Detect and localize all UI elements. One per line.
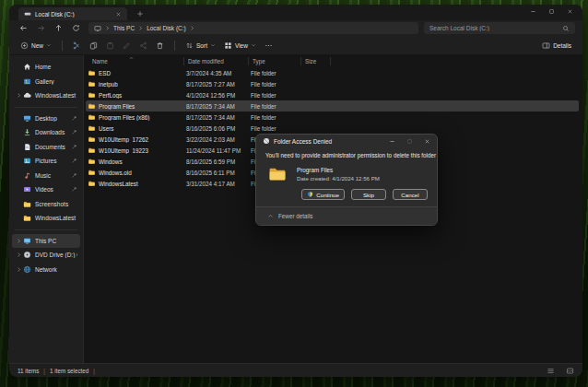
column-header-date-modified[interactable]: Date modified (184, 57, 249, 65)
file-row-esd[interactable]: ESD3/7/2024 4:35 AMFile folder (86, 67, 579, 78)
share-button[interactable] (135, 40, 151, 52)
folder-icon (88, 180, 96, 187)
search-input[interactable]: Search Local Disk (C:) (424, 22, 575, 34)
refresh-button[interactable] (72, 24, 80, 32)
file-row-program-files[interactable]: Program Files8/17/2025 7:34 AMFile folde… (86, 100, 579, 111)
sidebar-item-pictures[interactable]: Pictures (12, 154, 80, 169)
sidebar-item-label: WindowsLatest - Pe (35, 92, 77, 99)
column-header-type[interactable]: Type (249, 57, 301, 65)
chevron-right-icon (137, 25, 144, 31)
column-headers: Name Date modified Type Size (84, 55, 582, 67)
chevron-right-icon[interactable] (16, 238, 22, 244)
sidebar-item-windowslatest[interactable]: WindowsLatest (12, 211, 80, 226)
chevron-right-icon[interactable] (16, 252, 22, 258)
maximize-button[interactable] (548, 8, 555, 15)
sidebar-item-network[interactable]: Network (12, 263, 80, 277)
sidebar-item-label: Home (35, 64, 77, 70)
file-row-inetpub[interactable]: inetpub8/17/2025 7:27 AMFile folder (86, 78, 579, 89)
dialog-maximize-button (406, 138, 413, 145)
rename-icon (123, 41, 131, 50)
new-button[interactable]: New (17, 40, 55, 52)
search-icon (562, 25, 570, 32)
file-row-perflogs[interactable]: PerfLogs4/1/2024 12:56 PMFile folder (86, 89, 579, 100)
sidebar-item-music[interactable]: Music (12, 169, 80, 183)
tab-title: Local Disk (C:) (35, 11, 112, 18)
dvd-icon (23, 251, 31, 259)
dialog-title-bar: Folder Access Denied (256, 135, 437, 147)
new-tab-button[interactable] (136, 10, 144, 18)
copy-button[interactable] (86, 40, 101, 52)
up-button[interactable] (54, 24, 63, 32)
forward-button[interactable] (37, 24, 45, 32)
details-toggle[interactable]: Fewer details (256, 206, 437, 225)
sidebar-item-desktop[interactable]: Desktop (12, 111, 80, 126)
sidebar-item-downloads[interactable]: Downloads (12, 125, 80, 140)
back-button[interactable] (19, 24, 28, 32)
skip-button[interactable]: Skip (351, 189, 386, 200)
sort-ascending-icon (128, 55, 135, 61)
cancel-button[interactable]: Cancel (393, 189, 428, 200)
dialog-item-name: Program Files (297, 167, 380, 173)
breadcrumb[interactable]: This PC Local Disk (C:) (88, 22, 418, 34)
chevron-right-icon[interactable] (16, 92, 22, 99)
rename-button[interactable] (119, 40, 135, 52)
continue-button[interactable]: Continue (301, 189, 345, 200)
file-name-label: Program Files (99, 103, 135, 110)
dialog-item-date-created: Date created: 4/1/2024 12:56 PM (297, 175, 380, 182)
folder-icon (88, 102, 96, 110)
file-type: File folder (249, 103, 301, 110)
thumbnail-view-icon[interactable] (566, 367, 574, 375)
details-pane-button[interactable]: Details (538, 40, 575, 52)
chevron-right-icon (104, 25, 111, 31)
list-view-icon[interactable] (547, 367, 555, 375)
breadcrumb-this-pc[interactable]: This PC (113, 25, 135, 31)
navigation-pane: HomeGalleryWindowsLatest - PeDesktopDown… (9, 55, 84, 363)
sidebar-item-documents[interactable]: Documents (12, 140, 80, 155)
dialog-close-button[interactable] (424, 138, 430, 145)
sidebar-indent (16, 115, 22, 122)
sidebar-item-windowslatest-pe[interactable]: WindowsLatest - Pe (12, 88, 80, 103)
file-name-label: Windows (99, 158, 123, 165)
close-button[interactable] (567, 8, 573, 15)
sidebar-item-dvd-drive-d-ccc[interactable]: DVD Drive (D:) CCC (12, 248, 80, 263)
home-icon (23, 63, 31, 71)
delete-button[interactable] (152, 40, 168, 52)
dialog-minimize-button[interactable] (389, 138, 395, 145)
status-separator: | (93, 368, 95, 374)
sidebar-item-videos[interactable]: Videos (12, 182, 80, 197)
file-type: File folder (249, 92, 301, 99)
sidebar-item-this-pc[interactable]: This PC (12, 234, 80, 249)
sidebar-separator (15, 107, 77, 108)
tab-local-disk-c[interactable]: Local Disk (C:) (18, 7, 127, 20)
chevron-down-icon (46, 42, 52, 48)
file-name: Users (86, 124, 184, 132)
minimize-button[interactable] (530, 8, 536, 15)
folder-icon (88, 169, 96, 176)
sidebar-item-label: Gallery (35, 78, 77, 85)
file-name-label: Windows.old (99, 170, 132, 176)
column-header-size[interactable]: Size (301, 57, 331, 65)
sidebar-item-label: Pictures (35, 158, 71, 164)
file-row-program-files-x86[interactable]: Program Files (x86)8/17/2025 7:34 AMFile… (86, 111, 579, 123)
folder-icon (88, 69, 96, 76)
file-name-label: inetpub (99, 81, 118, 88)
more-options-button[interactable] (261, 40, 276, 52)
breadcrumb-local-disk-c[interactable]: Local Disk (C:) (147, 25, 186, 31)
sidebar-item-home[interactable]: Home (12, 60, 80, 75)
sidebar-item-screenshots[interactable]: Screenshots (12, 197, 80, 212)
view-button[interactable]: View (220, 40, 260, 52)
sort-button[interactable]: Sort (182, 40, 219, 52)
file-row-users[interactable]: Users8/16/2025 6:06 PMFile folder (86, 123, 579, 134)
cut-button[interactable] (69, 40, 85, 52)
file-name: PerfLogs (86, 91, 184, 99)
tab-close-icon[interactable] (115, 11, 122, 18)
folder-icon (23, 214, 31, 222)
dialog-title: Folder Access Denied (274, 138, 332, 145)
chevron-right-icon[interactable] (16, 266, 22, 273)
sidebar-indent (16, 78, 22, 85)
paste-button[interactable] (102, 40, 118, 52)
file-name: Program Files (x86) (86, 113, 184, 121)
desktop-icon (23, 114, 31, 123)
sidebar-item-gallery[interactable]: Gallery (12, 75, 80, 89)
monitor-icon (23, 237, 31, 245)
